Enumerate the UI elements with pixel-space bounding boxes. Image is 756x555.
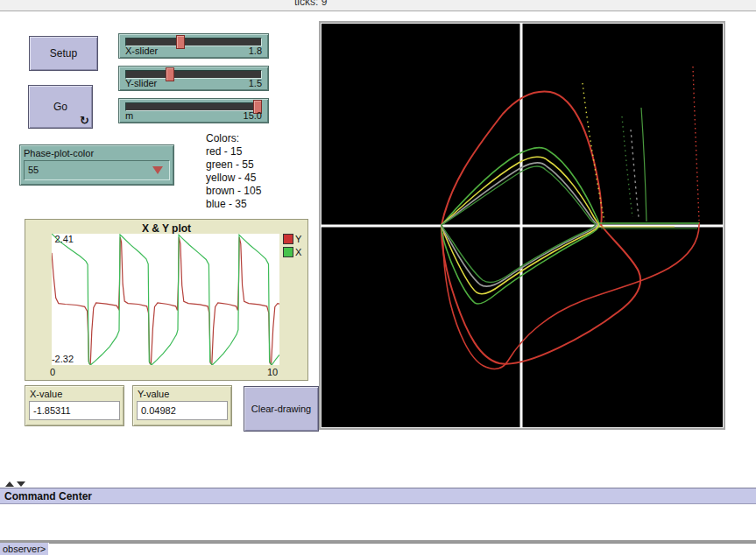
plot-xmax-label: 10 bbox=[267, 367, 278, 377]
legend-swatch-y bbox=[283, 234, 293, 244]
plot-xmin-label: 0 bbox=[50, 367, 55, 377]
command-input[interactable] bbox=[49, 543, 756, 555]
setup-button[interactable]: Setup bbox=[29, 36, 98, 71]
ticks-counter: ticks: 9 bbox=[294, 0, 327, 8]
chevron-down-icon[interactable] bbox=[152, 166, 163, 174]
observer-prompt: observer> bbox=[0, 543, 48, 555]
slider-value: 15.0 bbox=[244, 110, 262, 121]
trail-green-solid bbox=[641, 108, 646, 221]
note-line: red - 15 bbox=[206, 145, 261, 158]
colors-note: Colors: red - 15 green - 55 yellow - 45 … bbox=[206, 132, 261, 211]
go-button-label: Go bbox=[53, 101, 67, 113]
xy-plot-widget: X & Y plot 2.41 -2.32 0 10 Y X bbox=[25, 219, 308, 381]
y-value-monitor: Y-value 0.04982 bbox=[132, 385, 232, 426]
collapse-down-icon[interactable] bbox=[17, 481, 25, 487]
slider-value: 1.5 bbox=[249, 78, 262, 88]
x-value-monitor: X-value -1.85311 bbox=[25, 385, 124, 426]
slider-label: X-slider bbox=[125, 46, 158, 56]
legend-label-x: X bbox=[295, 247, 301, 257]
slider-value: 1.8 bbox=[249, 46, 262, 56]
trail-red-dotted bbox=[693, 67, 699, 221]
collapse-up-icon[interactable] bbox=[5, 481, 14, 487]
forever-icon: ↻ bbox=[80, 114, 89, 127]
netlogo-window: ticks: 9 Setup Go ↻ X-slider 1.8 Y-slide… bbox=[0, 0, 756, 555]
slider-label: m bbox=[125, 110, 133, 121]
monitor-value: 0.04982 bbox=[137, 401, 228, 420]
plot-lines bbox=[52, 234, 279, 365]
command-center-output bbox=[0, 505, 756, 540]
go-button[interactable]: Go ↻ bbox=[28, 85, 93, 129]
legend-label-y: Y bbox=[295, 234, 301, 244]
note-line: yellow - 45 bbox=[206, 172, 261, 185]
trail-gray-dashed bbox=[631, 130, 639, 217]
chooser-value: 55 bbox=[28, 165, 39, 175]
note-line: green - 55 bbox=[206, 158, 261, 172]
command-input-row: observer> bbox=[0, 543, 756, 555]
monitor-value: -1.85311 bbox=[29, 401, 120, 420]
x-slider[interactable]: X-slider 1.8 bbox=[118, 33, 269, 59]
top-toolbar-strip: ticks: 9 bbox=[0, 0, 756, 11]
legend-swatch-x bbox=[283, 247, 293, 257]
note-line: brown - 105 bbox=[206, 185, 261, 198]
setup-button-label: Setup bbox=[50, 47, 77, 60]
plot-ymax-label: 2.41 bbox=[55, 234, 74, 244]
phase-plot-color-chooser[interactable]: Phase-plot-color 55 bbox=[19, 144, 174, 186]
monitor-label: X-value bbox=[30, 389, 62, 399]
chooser-dropdown[interactable]: 55 bbox=[24, 160, 170, 180]
clear-drawing-label: Clear-drawing bbox=[251, 404, 311, 414]
monitor-label: Y-value bbox=[138, 389, 169, 399]
note-line: blue - 35 bbox=[206, 198, 261, 211]
m-slider[interactable]: m 15.0 bbox=[118, 98, 269, 123]
red-limit-cycle bbox=[442, 91, 640, 363]
plot-title: X & Y plot bbox=[25, 222, 307, 235]
command-center-splitter[interactable] bbox=[0, 480, 756, 488]
plot-canvas bbox=[52, 234, 279, 365]
note-title: Colors: bbox=[206, 132, 261, 145]
world-view[interactable] bbox=[319, 21, 725, 430]
slider-label: Y-slider bbox=[125, 78, 157, 88]
y-slider[interactable]: Y-slider 1.5 bbox=[118, 66, 269, 91]
clear-drawing-button[interactable]: Clear-drawing bbox=[244, 386, 319, 432]
plot-ymin-label: -2.32 bbox=[52, 354, 74, 364]
command-center-header: Command Center bbox=[0, 488, 756, 504]
phase-portrait-canvas bbox=[321, 23, 724, 428]
chooser-label: Phase-plot-color bbox=[24, 148, 94, 158]
